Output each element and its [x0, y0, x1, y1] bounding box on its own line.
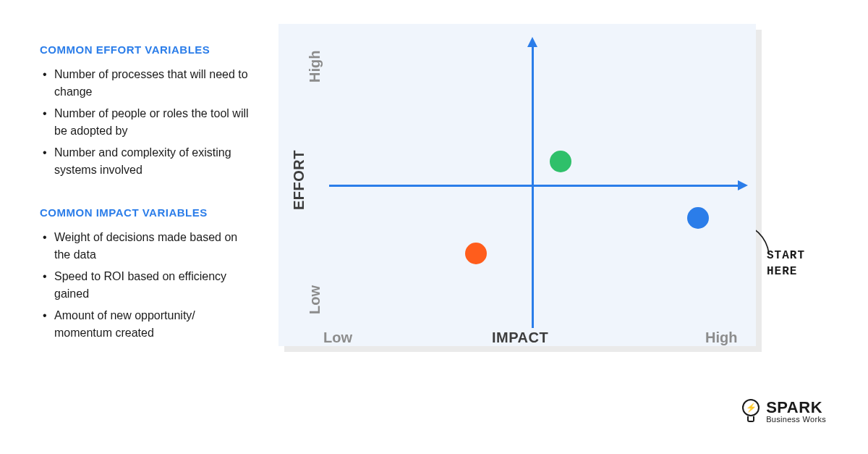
y-axis-label: EFFORT	[291, 150, 307, 210]
data-point-orange	[465, 243, 487, 264]
lightbulb-icon: ⚡	[742, 399, 761, 425]
data-point-green	[550, 151, 571, 172]
start-here-callout: START HERE	[767, 248, 854, 279]
y-axis-line	[532, 46, 534, 328]
y-high-label: High	[307, 51, 323, 83]
list-item: Number of processes that will need to ch…	[40, 66, 253, 101]
left-panel: COMMON EFFORT VARIABLES Number of proces…	[40, 43, 253, 369]
x-axis-label: IMPACT	[492, 329, 548, 346]
callout-line1: START	[767, 248, 854, 264]
list-item: Number of people or roles the tool will …	[40, 105, 253, 140]
callout-line2: HERE	[767, 264, 854, 280]
arrowhead-up-icon	[527, 37, 537, 47]
impact-variables-title: COMMON IMPACT VARIABLES	[40, 206, 253, 219]
logo-main: SPARK	[766, 400, 826, 416]
y-low-label: Low	[307, 285, 323, 314]
effort-variables-title: COMMON EFFORT VARIABLES	[40, 43, 253, 56]
effort-impact-chart: IMPACT EFFORT Low High Low High	[278, 24, 756, 346]
arrowhead-right-icon	[738, 180, 748, 190]
spark-logo: ⚡ SPARK Business Works	[742, 399, 826, 425]
list-item: Speed to ROI based on efficiency gained	[40, 268, 253, 303]
list-item: Amount of new opportunity/ momentum crea…	[40, 307, 253, 342]
logo-subtitle: Business Works	[766, 416, 826, 423]
list-item: Number and complexity of existing system…	[40, 144, 253, 179]
impact-bullet-list: Weight of decisions made based on the da…	[40, 229, 253, 342]
chart-inner: IMPACT EFFORT Low High Low High	[278, 24, 756, 346]
x-high-label: High	[705, 329, 737, 346]
x-low-label: Low	[323, 329, 352, 346]
effort-bullet-list: Number of processes that will need to ch…	[40, 66, 253, 179]
logo-text: SPARK Business Works	[766, 400, 826, 423]
data-point-blue	[687, 207, 709, 229]
list-item: Weight of decisions made based on the da…	[40, 229, 253, 264]
